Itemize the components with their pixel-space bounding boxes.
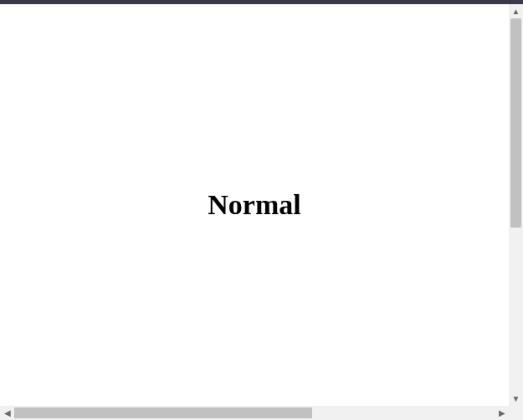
app-frame: Normal ▲ ▼ ◀ ▶: [0, 0, 523, 420]
horizontal-scrollbar[interactable]: ◀ ▶: [0, 406, 509, 420]
center-label: Normal: [208, 189, 300, 221]
horizontal-scroll-thumb[interactable]: [14, 407, 312, 418]
scroll-left-arrow-icon[interactable]: ◀: [0, 406, 14, 420]
scrollbar-corner: [509, 406, 523, 420]
scroll-right-arrow-icon[interactable]: ▶: [495, 406, 509, 420]
scroll-down-arrow-icon[interactable]: ▼: [509, 392, 523, 406]
horizontal-scroll-track[interactable]: [14, 406, 495, 420]
vertical-scroll-track[interactable]: [509, 18, 523, 392]
vertical-scrollbar[interactable]: ▲ ▼: [509, 4, 523, 406]
vertical-scroll-thumb[interactable]: [510, 18, 521, 228]
scroll-up-arrow-icon[interactable]: ▲: [509, 4, 523, 18]
content-viewport: Normal: [0, 4, 509, 406]
